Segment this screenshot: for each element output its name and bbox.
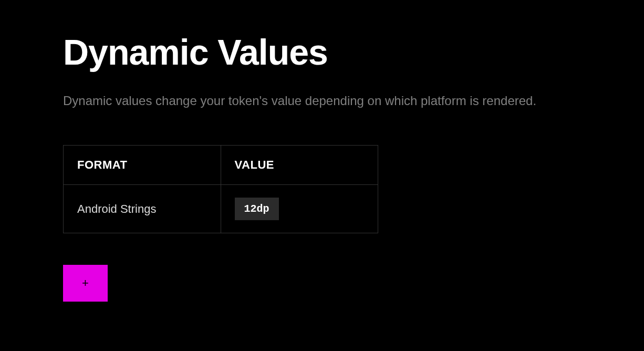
page-subtitle: Dynamic values change your token's value… (63, 94, 581, 108)
dynamic-values-table: FORMAT VALUE Android Strings 12dp (63, 145, 378, 233)
add-button[interactable]: + (63, 265, 108, 302)
table-row: Android Strings 12dp (64, 185, 378, 233)
column-header-format: FORMAT (64, 146, 221, 185)
value-badge: 12dp (235, 198, 279, 220)
column-header-value: VALUE (221, 146, 378, 185)
value-cell: 12dp (221, 185, 378, 233)
page-title: Dynamic Values (63, 32, 581, 73)
plus-icon: + (82, 276, 89, 290)
format-cell: Android Strings (64, 185, 221, 233)
table-header-row: FORMAT VALUE (64, 146, 378, 185)
